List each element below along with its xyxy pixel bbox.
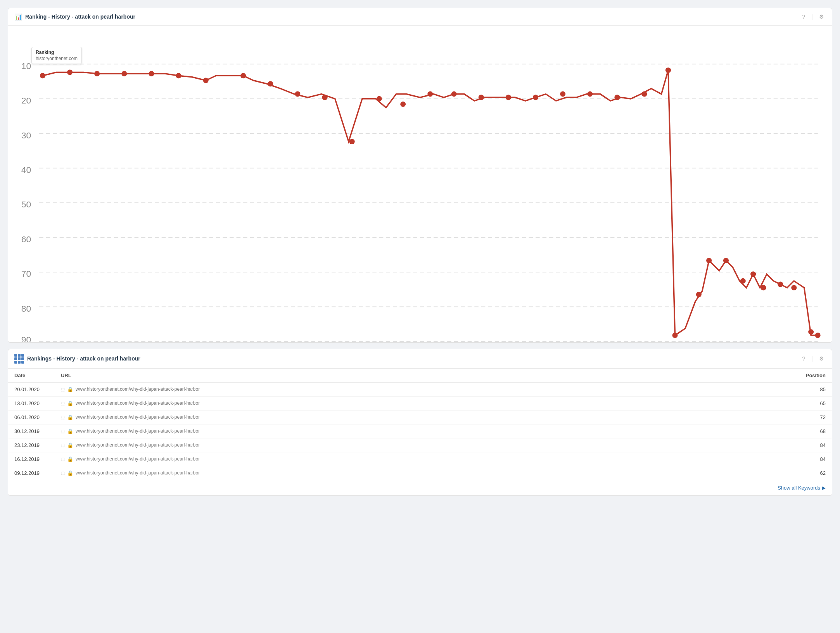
svg-point-33	[240, 73, 246, 78]
svg-text:20: 20	[21, 95, 31, 105]
svg-point-32	[203, 78, 209, 83]
table-row: 23.12.2019⬚🔒www.historyonthenet.com/why-…	[8, 438, 832, 452]
svg-point-47	[614, 95, 620, 100]
svg-point-34	[268, 81, 273, 86]
url-cell-content: ⬚🔒www.historyonthenet.com/why-did-japan-…	[61, 442, 787, 448]
table-row: 16.12.2019⬚🔒www.historyonthenet.com/why-…	[8, 452, 832, 466]
svg-point-39	[400, 102, 406, 107]
table-cell-url: ⬚🔒www.historyonthenet.com/why-did-japan-…	[55, 466, 793, 480]
date-column-header: Date	[8, 369, 55, 383]
svg-text:60: 60	[21, 234, 31, 244]
svg-point-51	[696, 292, 702, 297]
table-cell-position: 85	[793, 382, 832, 396]
svg-point-35	[295, 91, 300, 97]
chart-help-button[interactable]: ?	[801, 13, 807, 21]
table-help-button[interactable]: ?	[801, 355, 807, 362]
table-cell-position: 84	[793, 452, 832, 466]
grid-icon	[14, 354, 24, 364]
table-footer: Show all Keywords ▶	[8, 480, 832, 495]
table-card: Rankings - History - attack on pearl har…	[8, 349, 832, 496]
svg-point-40	[427, 91, 433, 97]
table-cell-url: ⬚🔒www.historyonthenet.com/why-did-japan-…	[55, 396, 793, 410]
external-link-icon: ⬚	[61, 415, 65, 420]
table-cell-url: ⬚🔒www.historyonthenet.com/why-did-japan-…	[55, 438, 793, 452]
table-cell-date: 06.01.2020	[8, 410, 55, 424]
table-cell-position: 68	[793, 424, 832, 438]
svg-point-38	[377, 96, 382, 102]
svg-text:90: 90	[21, 335, 31, 342]
table-actions: ? | ⚙	[801, 355, 826, 362]
action-divider: |	[811, 14, 813, 20]
table-cell-date: 30.12.2019	[8, 424, 55, 438]
svg-point-27	[67, 69, 73, 75]
svg-point-52	[706, 258, 712, 263]
svg-point-37	[349, 139, 355, 144]
svg-text:30: 30	[21, 130, 31, 140]
url-cell-content: ⬚🔒www.historyonthenet.com/why-did-japan-…	[61, 386, 787, 392]
table-cell-url: ⬚🔒www.historyonthenet.com/why-did-japan-…	[55, 410, 793, 424]
table-cell-date: 09.12.2019	[8, 466, 55, 480]
ssl-lock-icon: 🔒	[67, 442, 73, 448]
table-cell-date: 23.12.2019	[8, 438, 55, 452]
url-text: www.historyonthenet.com/why-did-japan-at…	[76, 442, 200, 448]
chart-title-text: Ranking - History - attack on pearl harb…	[25, 14, 135, 20]
rankings-table-container: Date URL Position 20.01.2020⬚🔒www.histor…	[8, 369, 832, 495]
table-cell-position: 84	[793, 438, 832, 452]
url-column-header: URL	[55, 369, 793, 383]
table-row: 30.12.2019⬚🔒www.historyonthenet.com/why-…	[8, 424, 832, 438]
table-cell-position: 62	[793, 466, 832, 480]
table-cell-url: ⬚🔒www.historyonthenet.com/why-did-japan-…	[55, 424, 793, 438]
chart-settings-button[interactable]: ⚙	[818, 13, 826, 21]
chart-area: Ranking historyonthenet.com 10 20 30 40 …	[8, 26, 832, 342]
svg-text:50: 50	[21, 199, 31, 209]
url-text: www.historyonthenet.com/why-did-japan-at…	[76, 386, 200, 392]
table-settings-button[interactable]: ⚙	[818, 355, 826, 362]
url-text: www.historyonthenet.com/why-did-japan-at…	[76, 428, 200, 434]
svg-point-53	[723, 258, 729, 263]
svg-point-48	[642, 91, 647, 97]
chart-title: 📊 Ranking - History - attack on pearl ha…	[14, 13, 135, 21]
url-text: www.historyonthenet.com/why-did-japan-at…	[76, 470, 200, 476]
position-column-header: Position	[793, 369, 832, 383]
svg-point-36	[322, 95, 328, 100]
table-cell-url: ⬚🔒www.historyonthenet.com/why-did-japan-…	[55, 452, 793, 466]
svg-point-57	[778, 281, 783, 287]
url-cell-content: ⬚🔒www.historyonthenet.com/why-did-japan-…	[61, 414, 787, 420]
table-card-header: Rankings - History - attack on pearl har…	[8, 349, 832, 369]
svg-point-49	[665, 67, 671, 73]
svg-point-55	[750, 271, 756, 277]
svg-point-43	[506, 95, 511, 100]
svg-text:80: 80	[21, 304, 31, 314]
svg-point-60	[815, 333, 821, 338]
svg-point-44	[533, 95, 538, 100]
table-cell-url: ⬚🔒www.historyonthenet.com/why-did-japan-…	[55, 382, 793, 396]
url-cell-content: ⬚🔒www.historyonthenet.com/why-did-japan-…	[61, 428, 787, 434]
external-link-icon: ⬚	[61, 443, 65, 448]
svg-text:40: 40	[21, 165, 31, 175]
svg-point-26	[40, 73, 45, 78]
svg-point-59	[808, 329, 814, 335]
ssl-lock-icon: 🔒	[67, 386, 73, 392]
table-row: 13.01.2020⬚🔒www.historyonthenet.com/why-…	[8, 396, 832, 410]
svg-point-50	[672, 333, 678, 338]
svg-text:10: 10	[21, 61, 31, 71]
rankings-table: Date URL Position 20.01.2020⬚🔒www.histor…	[8, 369, 832, 480]
ssl-lock-icon: 🔒	[67, 428, 73, 434]
ssl-lock-icon: 🔒	[67, 400, 73, 406]
table-row: 09.12.2019⬚🔒www.historyonthenet.com/why-…	[8, 466, 832, 480]
svg-point-28	[94, 71, 100, 76]
show-all-keywords-link[interactable]: Show all Keywords ▶	[778, 485, 826, 491]
chart-bar-icon: 📊	[14, 13, 22, 21]
table-cell-date: 16.12.2019	[8, 452, 55, 466]
url-text: www.historyonthenet.com/why-did-japan-at…	[76, 414, 200, 420]
ssl-lock-icon: 🔒	[67, 470, 73, 476]
external-link-icon: ⬚	[61, 457, 65, 462]
url-text: www.historyonthenet.com/why-did-japan-at…	[76, 456, 200, 462]
svg-point-30	[149, 71, 154, 76]
table-action-divider: |	[811, 355, 813, 362]
show-all-arrow-icon: ▶	[822, 485, 826, 491]
svg-point-42	[479, 95, 484, 100]
chart-card-header: 📊 Ranking - History - attack on pearl ha…	[8, 8, 832, 26]
external-link-icon: ⬚	[61, 471, 65, 476]
chart-card: 📊 Ranking - History - attack on pearl ha…	[8, 8, 832, 343]
